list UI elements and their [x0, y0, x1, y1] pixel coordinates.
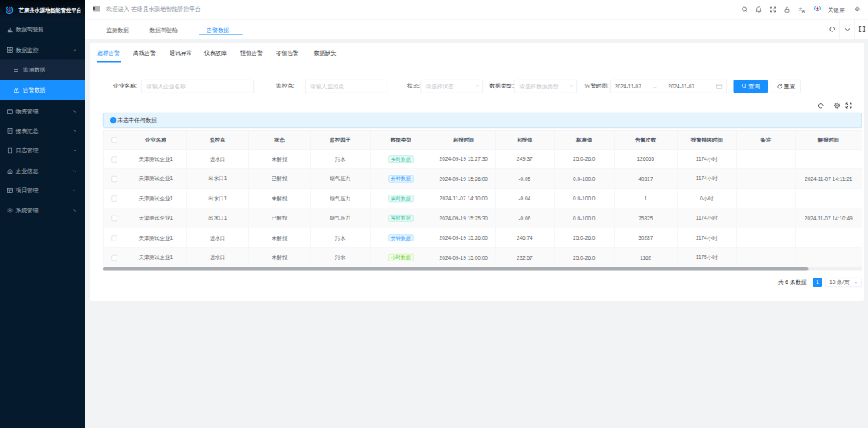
svg-text:A: A — [802, 10, 805, 13]
